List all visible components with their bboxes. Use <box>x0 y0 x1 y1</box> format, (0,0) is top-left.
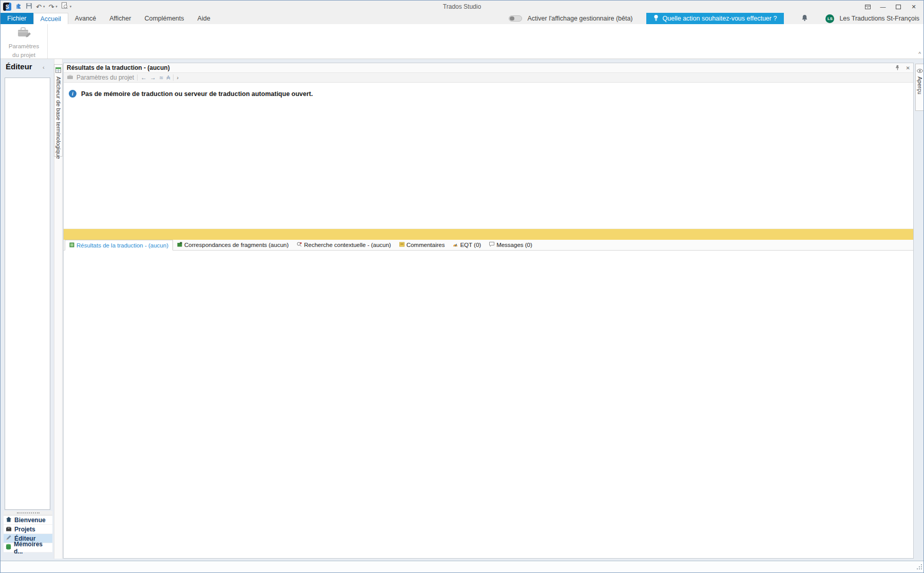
close-pane-icon[interactable]: ✕ <box>906 65 910 71</box>
lightbulb-icon <box>653 14 659 23</box>
toolbar-project-settings-button[interactable]: Paramètres du projet <box>76 74 134 81</box>
nav-item-bienvenue[interactable]: Bienvenue <box>4 515 52 525</box>
toolbar-overflow-icon[interactable]: › <box>177 74 179 81</box>
menu-tab-avance[interactable]: Avancé <box>68 13 103 24</box>
status-bar <box>1 561 923 573</box>
tab-correspondances-fragments[interactable]: Correspondances de fragments (aucun) <box>173 240 293 250</box>
nav-item-projets[interactable]: Projets <box>4 525 52 534</box>
translation-results-toolbar: Paramètres du projet ← → ≋ ₳ › <box>64 73 913 83</box>
project-settings-label-line2: du projet <box>12 51 35 59</box>
menu-tab-fichier[interactable]: Fichier <box>1 13 33 24</box>
view-navigation-list: Bienvenue Projets Éditeur <box>4 515 52 552</box>
fragment-matches-icon <box>177 242 182 248</box>
tab-commentaires[interactable]: Commentaires <box>395 240 449 250</box>
info-message-row: i Pas de mémoire de traduction ou serveu… <box>69 90 313 98</box>
nav-item-label: Projets <box>14 526 35 533</box>
navigation-panel: Éditeur ‹ Bienvenue Projets <box>4 59 52 561</box>
toolbar-project-settings-icon <box>67 74 73 81</box>
nav-item-label: Mémoires d... <box>14 541 52 555</box>
navigation-splitter[interactable] <box>4 511 52 515</box>
tab-eqt[interactable]: EQT (0) <box>449 240 485 250</box>
menu-bar: Fichier Accueil Avancé Afficher Compléme… <box>1 13 923 24</box>
preview-tab-label: Aperçu <box>917 77 923 94</box>
translation-results-header: Résultats de la traduction - (aucun) ✕ <box>64 63 913 73</box>
navigation-panel-title: Éditeur <box>6 62 32 71</box>
notifications-bell-icon[interactable] <box>801 14 808 23</box>
info-icon: i <box>69 90 76 98</box>
editor-document-list[interactable] <box>5 78 50 510</box>
workspace: Éditeur ‹ Bienvenue Projets <box>1 59 924 561</box>
tell-me-label: Quelle action souhaitez-vous effectuer ? <box>663 15 777 22</box>
eye-icon <box>917 66 923 75</box>
comments-icon <box>399 242 405 248</box>
manager-view-toggle[interactable] <box>509 15 522 22</box>
account-avatar[interactable]: LS <box>825 14 834 23</box>
translation-results-content: i Pas de mémoire de traduction ou serveu… <box>64 83 913 228</box>
tab-messages[interactable]: Messages (0) <box>485 240 536 250</box>
tell-me-button[interactable]: Quelle action souhaitez-vous effectuer ? <box>646 13 784 24</box>
close-button[interactable]: ✕ <box>907 2 920 11</box>
apply-translation-icon[interactable]: ≋ <box>159 75 163 81</box>
tab-label: Correspondances de fragments (aucun) <box>184 242 288 248</box>
pencil-icon <box>6 534 12 542</box>
previous-result-icon[interactable]: ← <box>141 74 147 81</box>
menu-tab-complements[interactable]: Compléments <box>138 13 190 24</box>
project-settings-icon <box>16 26 32 41</box>
resize-grip[interactable] <box>916 563 922 572</box>
minimize-button[interactable]: — <box>876 2 890 11</box>
menu-bar-right: Activer l'affichage gestionnaire (bêta) … <box>509 13 923 24</box>
tab-label: Messages (0) <box>496 242 532 248</box>
account-name[interactable]: Les Traductions St-François <box>839 15 919 22</box>
project-settings-label-line1: Paramètres <box>9 43 39 50</box>
window-title: Trados Studio <box>1 3 923 10</box>
nav-item-label: Bienvenue <box>14 517 46 524</box>
project-settings-button[interactable]: Paramètres du projet <box>9 26 39 59</box>
project-box-icon <box>6 526 12 533</box>
window-controls: — ✕ <box>861 2 923 11</box>
pin-icon[interactable] <box>895 63 900 72</box>
translation-results-title: Résultats de la traduction - (aucun) <box>67 64 170 71</box>
concordance-search-icon <box>297 242 302 248</box>
nav-item-memoires[interactable]: Mémoires d... <box>4 543 52 552</box>
collapse-panel-icon[interactable]: ‹ <box>43 64 45 70</box>
translation-results-icon <box>69 242 74 249</box>
tab-recherche-contextuelle[interactable]: Recherche contextuelle - (aucun) <box>293 240 395 250</box>
trados-studio-window: Trados Studio S ↶ ▾ ↷ ▾ ▾ — <box>0 0 924 573</box>
tab-label: EQT (0) <box>460 242 481 248</box>
preview-tab[interactable]: Aperçu <box>915 64 924 111</box>
ribbon-group-configuration: Paramètres du projet Configuration <box>1 24 48 59</box>
segment-editor-area[interactable] <box>64 251 913 558</box>
tab-label: Commentaires <box>407 242 445 248</box>
edit-translation-icon[interactable]: ₳ <box>166 75 170 81</box>
editor-bottom-tabs: Résultats de la traduction - (aucun) Cor… <box>64 240 913 251</box>
ribbon-display-options-icon[interactable] <box>861 2 874 11</box>
tab-label: Résultats de la traduction - (aucun) <box>76 242 168 249</box>
menu-tab-afficher[interactable]: Afficher <box>103 13 138 24</box>
menu-tab-aide[interactable]: Aide <box>191 13 217 24</box>
terminology-grid-icon <box>55 66 61 75</box>
title-bar: Trados Studio S ↶ ▾ ↷ ▾ ▾ — <box>1 1 923 13</box>
editor-main-panel: Résultats de la traduction - (aucun) ✕ P… <box>63 63 914 559</box>
info-message: Pas de mémoire de traduction ou serveur … <box>81 90 313 98</box>
tab-resultats-traduction[interactable]: Résultats de la traduction - (aucun) <box>65 240 173 251</box>
manager-view-toggle-label: Activer l'affichage gestionnaire (bêta) <box>527 15 632 22</box>
collapse-ribbon-icon[interactable]: ^ <box>918 51 921 57</box>
toggle-knob <box>510 16 514 21</box>
translation-memory-database-icon <box>6 544 11 551</box>
menu-tab-accueil[interactable]: Accueil <box>33 13 68 24</box>
tab-label: Recherche contextuelle - (aucun) <box>304 242 391 248</box>
tqa-icon <box>453 242 458 248</box>
next-result-icon[interactable]: → <box>150 74 156 81</box>
maximize-button[interactable] <box>892 2 905 11</box>
term-viewer-tab[interactable]: Afficheur de base terminologique <box>54 64 63 157</box>
active-segment-highlight[interactable] <box>64 228 913 240</box>
term-viewer-tab-label: Afficheur de base terminologique <box>55 77 62 159</box>
messages-icon <box>489 242 494 248</box>
ribbon: Paramètres du projet Configuration ^ <box>1 24 923 59</box>
home-icon <box>6 517 12 524</box>
